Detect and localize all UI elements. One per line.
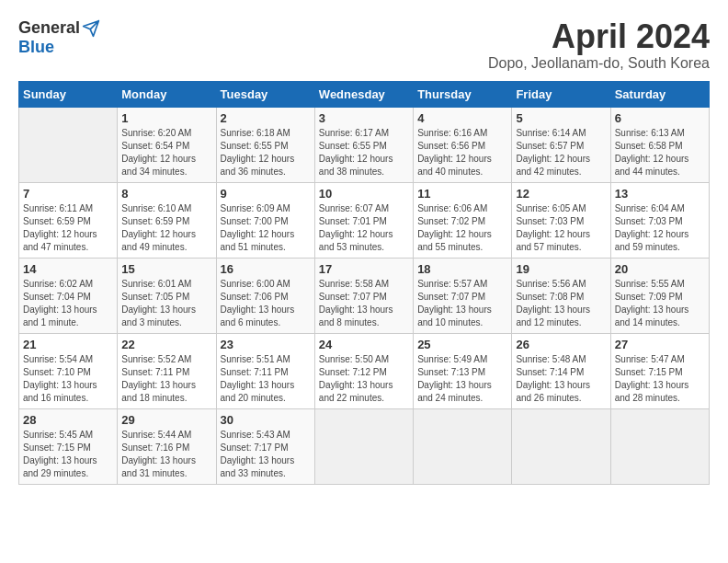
day-number: 23 — [221, 338, 311, 351]
day-number: 19 — [516, 262, 606, 276]
day-number: 8 — [121, 187, 211, 201]
day-number: 25 — [417, 338, 507, 351]
calendar-cell: 8Sunrise: 6:10 AM Sunset: 6:59 PM Daylig… — [118, 182, 216, 258]
calendar-cell — [19, 107, 118, 182]
day-info: Sunrise: 6:00 AM Sunset: 7:06 PM Dayligh… — [221, 278, 311, 329]
day-number: 27 — [615, 338, 705, 351]
calendar-cell: 6Sunrise: 6:13 AM Sunset: 6:58 PM Daylig… — [610, 107, 709, 182]
calendar-row: 1Sunrise: 6:20 AM Sunset: 6:54 PM Daylig… — [19, 107, 710, 182]
day-info: Sunrise: 5:44 AM Sunset: 7:16 PM Dayligh… — [121, 429, 211, 480]
calendar-cell: 11Sunrise: 6:06 AM Sunset: 7:02 PM Dayli… — [414, 182, 512, 258]
calendar-cell: 13Sunrise: 6:04 AM Sunset: 7:03 PM Dayli… — [610, 182, 709, 258]
day-info: Sunrise: 6:10 AM Sunset: 6:59 PM Dayligh… — [121, 202, 211, 254]
day-number: 7 — [23, 187, 113, 201]
day-number: 21 — [23, 338, 113, 351]
logo-blue-text: Blue — [18, 38, 54, 57]
calendar-cell: 16Sunrise: 6:00 AM Sunset: 7:06 PM Dayli… — [216, 258, 314, 333]
logo-general-text: General — [18, 18, 80, 38]
day-info: Sunrise: 5:50 AM Sunset: 7:12 PM Dayligh… — [319, 353, 409, 405]
day-number: 20 — [615, 262, 705, 276]
day-number: 22 — [121, 338, 211, 351]
calendar-cell — [414, 408, 512, 484]
day-number: 4 — [417, 111, 507, 125]
day-info: Sunrise: 6:04 AM Sunset: 7:03 PM Dayligh… — [615, 202, 705, 254]
day-number: 18 — [417, 262, 507, 276]
day-number: 3 — [319, 111, 409, 125]
day-info: Sunrise: 5:48 AM Sunset: 7:14 PM Dayligh… — [516, 353, 606, 405]
calendar-cell: 5Sunrise: 6:14 AM Sunset: 6:57 PM Daylig… — [512, 107, 610, 182]
day-info: Sunrise: 5:55 AM Sunset: 7:09 PM Dayligh… — [615, 278, 705, 329]
calendar-cell: 10Sunrise: 6:07 AM Sunset: 7:01 PM Dayli… — [314, 182, 413, 258]
day-number: 16 — [221, 262, 311, 276]
header-cell-wednesday: Wednesday — [314, 81, 413, 107]
calendar-row: 7Sunrise: 6:11 AM Sunset: 6:59 PM Daylig… — [19, 182, 710, 258]
day-number: 13 — [615, 187, 705, 201]
calendar-cell: 18Sunrise: 5:57 AM Sunset: 7:07 PM Dayli… — [414, 258, 512, 333]
day-info: Sunrise: 5:56 AM Sunset: 7:08 PM Dayligh… — [516, 278, 606, 329]
day-info: Sunrise: 5:45 AM Sunset: 7:15 PM Dayligh… — [23, 429, 113, 480]
calendar-cell — [512, 408, 610, 484]
day-info: Sunrise: 6:05 AM Sunset: 7:03 PM Dayligh… — [516, 202, 606, 254]
header-cell-sunday: Sunday — [19, 81, 118, 107]
day-info: Sunrise: 6:16 AM Sunset: 6:56 PM Dayligh… — [417, 127, 507, 178]
calendar-cell: 14Sunrise: 6:02 AM Sunset: 7:04 PM Dayli… — [19, 258, 118, 333]
calendar-cell: 17Sunrise: 5:58 AM Sunset: 7:07 PM Dayli… — [314, 258, 413, 333]
day-info: Sunrise: 5:49 AM Sunset: 7:13 PM Dayligh… — [417, 353, 507, 405]
day-info: Sunrise: 5:47 AM Sunset: 7:15 PM Dayligh… — [615, 353, 705, 405]
day-number: 26 — [516, 338, 606, 351]
day-number: 5 — [516, 111, 606, 125]
day-info: Sunrise: 6:20 AM Sunset: 6:54 PM Dayligh… — [121, 127, 211, 178]
calendar-cell: 7Sunrise: 6:11 AM Sunset: 6:59 PM Daylig… — [19, 182, 118, 258]
month-title: April 2024 — [488, 18, 710, 55]
day-number: 15 — [121, 262, 211, 276]
day-info: Sunrise: 6:17 AM Sunset: 6:55 PM Dayligh… — [319, 127, 409, 178]
day-number: 24 — [319, 338, 409, 351]
day-info: Sunrise: 6:07 AM Sunset: 7:01 PM Dayligh… — [319, 202, 409, 254]
day-number: 17 — [319, 262, 409, 276]
calendar-cell: 19Sunrise: 5:56 AM Sunset: 7:08 PM Dayli… — [512, 258, 610, 333]
calendar-body: 1Sunrise: 6:20 AM Sunset: 6:54 PM Daylig… — [19, 107, 710, 484]
day-number: 2 — [221, 111, 311, 125]
day-info: Sunrise: 6:14 AM Sunset: 6:57 PM Dayligh… — [516, 127, 606, 178]
day-number: 10 — [319, 187, 409, 201]
calendar-cell: 20Sunrise: 5:55 AM Sunset: 7:09 PM Dayli… — [610, 258, 709, 333]
calendar-cell: 30Sunrise: 5:43 AM Sunset: 7:17 PM Dayli… — [216, 408, 314, 484]
title-area: April 2024 Dopo, Jeollanam-do, South Kor… — [488, 18, 710, 72]
day-info: Sunrise: 6:18 AM Sunset: 6:55 PM Dayligh… — [221, 127, 311, 178]
day-info: Sunrise: 6:06 AM Sunset: 7:02 PM Dayligh… — [417, 202, 507, 254]
calendar-cell: 25Sunrise: 5:49 AM Sunset: 7:13 PM Dayli… — [414, 333, 512, 408]
day-info: Sunrise: 6:13 AM Sunset: 6:58 PM Dayligh… — [615, 127, 705, 178]
day-info: Sunrise: 5:58 AM Sunset: 7:07 PM Dayligh… — [319, 278, 409, 329]
day-number: 1 — [121, 111, 211, 125]
day-info: Sunrise: 6:02 AM Sunset: 7:04 PM Dayligh… — [23, 278, 113, 329]
calendar-cell: 23Sunrise: 5:51 AM Sunset: 7:11 PM Dayli… — [216, 333, 314, 408]
day-info: Sunrise: 6:01 AM Sunset: 7:05 PM Dayligh… — [121, 278, 211, 329]
calendar-cell: 26Sunrise: 5:48 AM Sunset: 7:14 PM Dayli… — [512, 333, 610, 408]
calendar-row: 28Sunrise: 5:45 AM Sunset: 7:15 PM Dayli… — [19, 408, 710, 484]
calendar-cell: 29Sunrise: 5:44 AM Sunset: 7:16 PM Dayli… — [118, 408, 216, 484]
day-number: 11 — [417, 187, 507, 201]
subtitle: Dopo, Jeollanam-do, South Korea — [488, 55, 710, 72]
calendar-cell: 21Sunrise: 5:54 AM Sunset: 7:10 PM Dayli… — [19, 333, 118, 408]
day-number: 30 — [221, 413, 311, 427]
calendar-cell: 27Sunrise: 5:47 AM Sunset: 7:15 PM Dayli… — [610, 333, 709, 408]
calendar-cell: 3Sunrise: 6:17 AM Sunset: 6:55 PM Daylig… — [314, 107, 413, 182]
calendar-cell: 9Sunrise: 6:09 AM Sunset: 7:00 PM Daylig… — [216, 182, 314, 258]
header-cell-saturday: Saturday — [610, 81, 709, 107]
logo: General Blue — [18, 18, 100, 57]
day-info: Sunrise: 6:09 AM Sunset: 7:00 PM Dayligh… — [221, 202, 311, 254]
day-number: 12 — [516, 187, 606, 201]
day-number: 28 — [23, 413, 113, 427]
day-number: 6 — [615, 111, 705, 125]
calendar-cell: 22Sunrise: 5:52 AM Sunset: 7:11 PM Dayli… — [118, 333, 216, 408]
calendar-row: 14Sunrise: 6:02 AM Sunset: 7:04 PM Dayli… — [19, 258, 710, 333]
day-number: 9 — [221, 187, 311, 201]
header-cell-thursday: Thursday — [414, 81, 512, 107]
day-info: Sunrise: 5:52 AM Sunset: 7:11 PM Dayligh… — [121, 353, 211, 405]
calendar-cell — [314, 408, 413, 484]
header: General Blue April 2024 Dopo, Jeollanam-… — [18, 18, 710, 72]
day-number: 14 — [23, 262, 113, 276]
calendar-cell: 1Sunrise: 6:20 AM Sunset: 6:54 PM Daylig… — [118, 107, 216, 182]
day-info: Sunrise: 5:43 AM Sunset: 7:17 PM Dayligh… — [221, 429, 311, 480]
calendar-cell — [610, 408, 709, 484]
